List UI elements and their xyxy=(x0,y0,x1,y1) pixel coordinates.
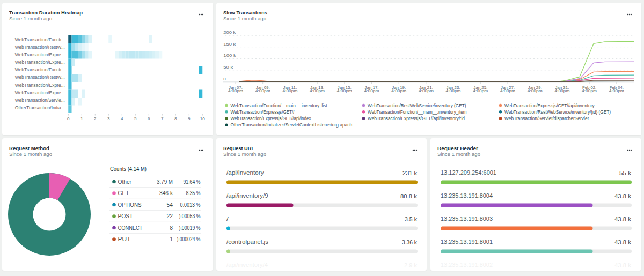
svg-text:WebTransaction/Servlet/dispatc: WebTransaction/Servlet/dispatcherServlet xyxy=(504,116,589,121)
svg-text:4:00pm: 4:00pm xyxy=(419,88,434,93)
svg-text:2: 2 xyxy=(94,116,97,121)
svg-text:WebTransaction/Function/__main: WebTransaction/Function/__main__:invento… xyxy=(231,103,328,108)
svg-text:200 k: 200 k xyxy=(223,30,236,35)
svg-text:WebTransaction/Expressjs/GET//: WebTransaction/Expressjs/GET//api/invent… xyxy=(504,103,595,108)
svg-text:346 k: 346 k xyxy=(159,190,173,196)
svg-text:22: 22 xyxy=(167,213,173,219)
svg-text:3.5 k: 3.5 k xyxy=(405,216,417,222)
svg-text:13.235.13.191:8004: 13.235.13.191:8004 xyxy=(441,192,493,199)
svg-text:13.235.13.191:8003: 13.235.13.191:8003 xyxy=(441,215,493,222)
svg-text:4:00pm: 4:00pm xyxy=(337,88,352,93)
svg-text:OPTIONS: OPTIONS xyxy=(118,202,142,208)
svg-text:43.8 k: 43.8 k xyxy=(614,193,631,199)
svg-text:4: 4 xyxy=(121,116,123,121)
svg-text:Since 1 month ago: Since 1 month ago xyxy=(223,16,266,21)
svg-text:WebTransaction/Functi...: WebTransaction/Functi... xyxy=(15,37,65,42)
svg-text:4:00pm: 4:00pm xyxy=(609,88,624,93)
svg-text:4:00pm: 4:00pm xyxy=(500,88,515,93)
svg-text:4:00pm: 4:00pm xyxy=(282,88,297,93)
svg-text:WebTransaction/RestW...: WebTransaction/RestW... xyxy=(15,44,65,50)
svg-text:Slow Transactions: Slow Transactions xyxy=(223,10,267,16)
svg-text:91.64 %: 91.64 % xyxy=(184,179,201,185)
svg-text:GET: GET xyxy=(118,190,129,196)
svg-text:80.8 k: 80.8 k xyxy=(400,193,417,199)
svg-text:43.8 k: 43.8 k xyxy=(614,216,631,222)
svg-text:3.36 k: 3.36 k xyxy=(402,239,417,245)
svg-text:10: 10 xyxy=(200,116,205,121)
svg-text:Request Header: Request Header xyxy=(437,146,479,151)
svg-text:Transaction Duration Heatmap: Transaction Duration Heatmap xyxy=(9,10,83,16)
svg-text:/controlpanel.js: /controlpanel.js xyxy=(226,238,269,245)
svg-text:9: 9 xyxy=(188,116,191,121)
svg-text:1: 1 xyxy=(80,116,83,121)
svg-text:54: 54 xyxy=(167,202,173,208)
svg-text:13.235.13.191:8002: 13.235.13.191:8002 xyxy=(441,262,493,268)
svg-text:5: 5 xyxy=(134,116,137,121)
svg-text:50 k: 50 k xyxy=(223,65,233,70)
svg-text:WebTransaction/Expre...: WebTransaction/Expre... xyxy=(15,59,65,65)
svg-text:WebTransaction/Function/__main: WebTransaction/Function/__main__:invento… xyxy=(368,109,467,115)
svg-text:6: 6 xyxy=(148,116,150,121)
svg-text:8: 8 xyxy=(174,116,177,121)
svg-text:/: / xyxy=(226,215,229,222)
svg-text:3: 3 xyxy=(107,116,110,121)
svg-text:WebTransaction/Expressjs/GET//: WebTransaction/Expressjs/GET//api/index xyxy=(231,116,312,121)
svg-text:4:00pm: 4:00pm xyxy=(582,88,597,93)
svg-text:43.8 k: 43.8 k xyxy=(614,239,631,245)
svg-text:PUT: PUT xyxy=(118,236,131,242)
svg-text:4:00pm: 4:00pm xyxy=(391,88,406,93)
svg-text:).00053 %: ).00053 % xyxy=(179,213,201,219)
svg-text:/api/inventory/4: /api/inventory/4 xyxy=(226,262,268,268)
svg-text:WebTransaction/Expre...: WebTransaction/Expre... xyxy=(15,52,65,57)
svg-text:Request URI: Request URI xyxy=(223,146,253,151)
svg-text:231 k: 231 k xyxy=(402,170,417,176)
svg-text:WebTransaction/RestW...: WebTransaction/RestW... xyxy=(15,74,65,80)
svg-text:WebTransaction/RestWebService/: WebTransaction/RestWebService/inventory … xyxy=(368,103,466,108)
svg-text:).000024 %: ).000024 % xyxy=(177,236,201,242)
svg-text:100 k: 100 k xyxy=(223,53,237,58)
svg-text:4:00pm: 4:00pm xyxy=(554,88,569,93)
svg-text:WebTransaction/Servle...: WebTransaction/Servle... xyxy=(15,98,65,103)
svg-text:55 k: 55 k xyxy=(619,170,631,176)
svg-text:Request Method: Request Method xyxy=(9,146,49,151)
svg-text:2.9 k: 2.9 k xyxy=(404,262,417,268)
svg-text:WebTransaction/RestWebService/: WebTransaction/RestWebService/inventory/… xyxy=(504,109,611,115)
svg-text:0.0013 %: 0.0013 % xyxy=(180,202,201,208)
svg-text:).00019 %: ).00019 % xyxy=(179,225,201,231)
svg-text:3.79 M: 3.79 M xyxy=(157,179,173,185)
svg-text:Since 1 month ago: Since 1 month ago xyxy=(437,152,480,157)
svg-text:4:00pm: 4:00pm xyxy=(473,88,488,93)
svg-text:8: 8 xyxy=(170,225,173,231)
svg-text:WebTransaction/Functi...: WebTransaction/Functi... xyxy=(15,67,65,72)
svg-text:4:00pm: 4:00pm xyxy=(255,88,270,93)
svg-text:8.35 %: 8.35 % xyxy=(186,190,201,196)
svg-text:/api/inventory/9: /api/inventory/9 xyxy=(226,192,268,199)
svg-text:150 k: 150 k xyxy=(223,42,236,47)
svg-text:13.127.209.254:6001: 13.127.209.254:6001 xyxy=(441,169,496,176)
svg-text:43.8 k: 43.8 k xyxy=(614,262,631,268)
svg-text:1: 1 xyxy=(170,236,173,242)
svg-text:Since 1 month ago: Since 1 month ago xyxy=(9,16,52,21)
svg-text:WebTransaction/Expressjs/GET//: WebTransaction/Expressjs/GET// xyxy=(231,109,295,115)
svg-text:/api/inventory: /api/inventory xyxy=(226,169,264,176)
svg-text:13.235.13.191:8001: 13.235.13.191:8001 xyxy=(441,238,493,245)
svg-text:Since 1 month ago: Since 1 month ago xyxy=(9,152,52,157)
svg-text:OtherTransaction/Initia...: OtherTransaction/Initia... xyxy=(15,105,65,110)
svg-text:Other: Other xyxy=(118,179,132,185)
svg-text:CONNECT: CONNECT xyxy=(118,225,143,231)
svg-text:4:00pm: 4:00pm xyxy=(310,88,325,93)
svg-text:4:00pm: 4:00pm xyxy=(228,88,243,93)
svg-text:WebTransaction/Expressjs/GET//: WebTransaction/Expressjs/GET//api/invent… xyxy=(368,116,465,121)
svg-text:WebTransaction/Expre...: WebTransaction/Expre... xyxy=(15,83,65,88)
svg-text:WebTransaction/Expre...: WebTransaction/Expre... xyxy=(15,90,65,95)
svg-text:4:00pm: 4:00pm xyxy=(446,88,461,93)
svg-text:Counts (4.14 M): Counts (4.14 M) xyxy=(110,166,147,172)
svg-text:POST: POST xyxy=(118,213,133,219)
svg-text:4:00pm: 4:00pm xyxy=(528,88,543,93)
svg-text:7: 7 xyxy=(161,116,164,121)
svg-text:4:00pm: 4:00pm xyxy=(364,88,379,93)
svg-text:0: 0 xyxy=(223,77,226,81)
svg-text:OtherTransaction/Initializer/S: OtherTransaction/Initializer/ServletCont… xyxy=(231,122,357,128)
svg-text:Since 1 month ago: Since 1 month ago xyxy=(223,152,266,157)
svg-text:0: 0 xyxy=(67,116,70,121)
